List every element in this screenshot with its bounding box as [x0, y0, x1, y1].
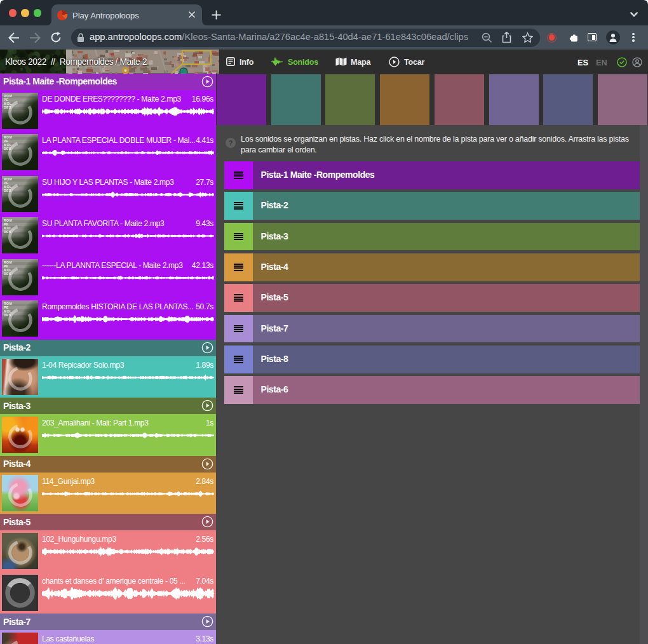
svg-text:?: ?: [228, 139, 233, 147]
